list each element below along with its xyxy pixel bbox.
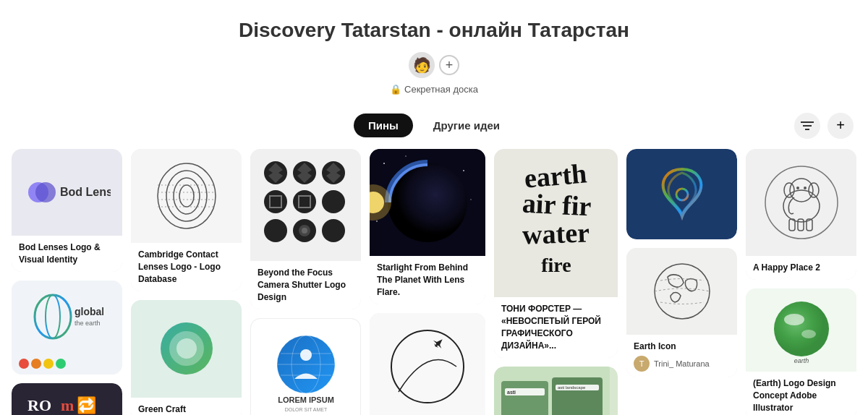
pin-title: Starlight From Behind The Planet With Le… [377,262,478,298]
svg-point-87 [804,187,807,189]
svg-text:water: water [522,218,590,250]
pin-image [370,149,485,256]
pin-image [626,248,737,335]
pin-card-plane-circle[interactable]: Plane Circle Maneuver Logo Icon Design T… [370,313,485,415]
pin-card-body [12,353,122,375]
pin-card-body: (Earth) Logo Design Concept Adobe Illust… [746,372,856,415]
svg-point-34 [264,219,287,242]
pin-title: Earth Icon [634,341,730,353]
pin-card-earth-icon[interactable]: Earth Icon T Trini_ Maturana [626,248,737,377]
svg-point-89 [784,314,804,325]
svg-rect-63 [501,381,548,415]
svg-point-40 [300,349,312,361]
pin-card-bod-lenses[interactable]: Bod Lenses Bod Lenses Logo & Visual Iden… [12,149,122,272]
svg-text:earth: earth [793,357,809,364]
pin-image: global the earth [12,281,122,353]
pin-image: Bod Lenses [12,149,122,236]
earth-outline-svg [646,255,718,328]
color-dot [43,359,54,369]
svg-point-27 [176,338,197,359]
add-collaborator-button[interactable]: + [439,55,459,75]
pin-card-happy-place[interactable]: A Happy Place 2 [746,149,856,280]
lock-icon: 🔒 [390,84,401,95]
pin-card-starlight[interactable]: Starlight From Behind The Planet With Le… [370,149,485,304]
svg-point-4 [35,182,56,202]
pin-card-earth-design[interactable]: earth (Earth) Logo Design Concept Adobe … [746,288,856,415]
tab-other-ideas[interactable]: Другие идеи [419,114,514,137]
pin-image [370,313,485,415]
svg-point-53 [376,221,378,222]
pin-card-body: Bod Lenses Logo & Visual Identity [12,236,122,272]
pin-image [746,149,856,256]
filter-button[interactable] [794,113,820,139]
circle-plane-logo [384,323,471,410]
pin-card-body: A Happy Place 2 [746,256,856,280]
pin-card-toni[interactable]: earth air fir water fire ТОНИ ФОРСТЕР — … [494,149,618,357]
pin-image: LOREM IPSUM DOLOR SIT AMET [250,318,361,415]
romans-logo: RO m 🔁 ANS SUR ISÈRE [27,390,107,415]
tab-pins[interactable]: Пины [354,114,413,137]
avatar: 🧑 [409,52,435,78]
svg-point-20 [179,185,194,207]
svg-point-78 [765,166,838,239]
bod-lenses-logo: Bod Lenses [24,174,111,210]
add-pin-button[interactable]: + [827,113,854,139]
pin-image [626,149,737,239]
pin-card-body: Green Craft [131,398,242,415]
svg-point-57 [391,330,464,403]
asti-svg: asti asti landscape [494,367,610,415]
svg-text:air fir: air fir [522,188,592,222]
svg-point-38 [322,219,345,242]
author-avatar: T [634,356,650,372]
elephant-logo [762,155,841,249]
tabs-row: Пины Другие идеи + [0,114,868,137]
svg-text:RO: RO [27,396,51,414]
svg-rect-66 [552,377,603,415]
pin-image: earth air fir water fire [494,149,618,297]
svg-point-82 [809,183,819,197]
svg-point-90 [801,330,816,338]
svg-point-32 [293,190,316,213]
pin-card-romans[interactable]: RO m 🔁 ANS SUR ISÈRE [12,383,122,415]
pin-card-lorem-ipsum[interactable]: LOREM IPSUM DOLOR SIT AMET [250,318,361,415]
pin-title: ТОНИ ФОРСТЕР — «НЕВОСПЕТЫЙ ГЕРОЙ ГРАФИЧЕ… [501,303,610,351]
pin-card-asti[interactable]: asti asti landscape [494,367,618,415]
planet-svg [370,149,485,256]
avatar-row: 🧑 + [12,52,856,78]
svg-point-86 [796,187,799,189]
grid-col-4: Starlight From Behind The Planet With Le… [370,149,485,415]
pin-title: A Happy Place 2 [753,262,849,274]
shutter-grid [259,156,353,254]
plus-icon: + [836,117,845,134]
pin-card-swirl[interactable] [626,149,737,239]
grid-col-3: Beyond the Focus Camera Shutter Logo Des… [250,149,361,415]
color-tags [19,359,115,369]
pin-card-cambridge[interactable]: Cambridge Contact Lenses Logo - Logo Dat… [131,149,242,291]
pin-title: Bod Lenses Logo & Visual Identity [19,241,115,266]
svg-point-33 [322,190,345,213]
pin-card-green-craft[interactable]: Green Craft [131,300,242,415]
svg-text:🔁: 🔁 [77,395,97,415]
pin-card-body: Beyond the Focus Camera Shutter Logo Des… [250,261,361,309]
svg-text:the earth: the earth [75,320,101,327]
svg-text:asti: asti [507,390,516,395]
page-title: Discovery Tatarstan - онлайн Татарстан [12,17,856,43]
pin-card-camera-shutters[interactable]: Beyond the Focus Camera Shutter Logo Des… [250,149,361,309]
grid-col-7: A Happy Place 2 [746,149,856,415]
svg-point-37 [302,228,307,234]
svg-text:global: global [75,306,103,317]
svg-text:m: m [61,396,74,414]
grid-col-5: earth air fir water fire ТОНИ ФОРСТЕР — … [494,149,618,415]
svg-text:fire: fire [541,254,571,276]
pin-title: Cambridge Contact Lenses Logo - Logo Dat… [138,249,234,285]
pin-card-body: Earth Icon T Trini_ Maturana [626,335,737,377]
pin-card-global[interactable]: global the earth [12,281,122,375]
avatar-emoji: 🧑 [413,56,431,74]
pin-title: (Earth) Logo Design Concept Adobe Illust… [753,377,849,414]
pin-image: earth [746,288,856,372]
filter-icon [801,121,814,131]
toni-typography: earth air fir water fire [500,156,612,290]
svg-rect-84 [798,219,804,231]
private-label: 🔒 Секретная доска [12,84,856,95]
pin-image [250,149,361,261]
